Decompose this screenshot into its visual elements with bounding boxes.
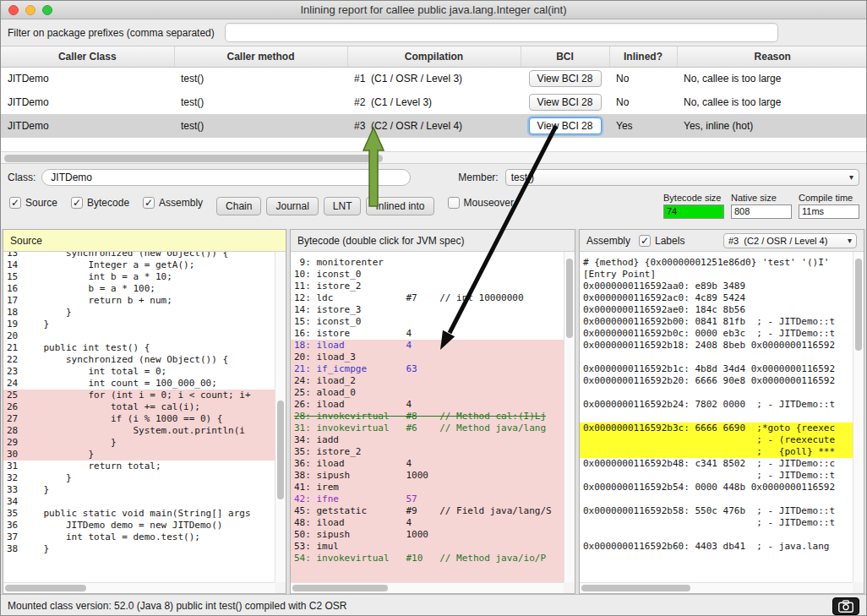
package-filter-input[interactable] <box>225 23 778 42</box>
source-line: 34 <box>3 496 275 508</box>
source-line: 23 int total = 0; <box>3 366 275 378</box>
screenshot-button[interactable] <box>832 597 859 615</box>
instruction-text: 18: iload 4 <box>294 340 412 351</box>
table-hscrollbar[interactable] <box>1 151 866 164</box>
source-vscrollbar-thumb[interactable] <box>277 401 284 499</box>
assembly-text: 0x0000000116592ac0: 4c89 5424 <box>583 292 745 303</box>
table-row[interactable]: JITDemotest()#2 (C1 / Level 3)View BCI 2… <box>1 90 866 114</box>
source-line: 17 return b + num; <box>3 295 275 307</box>
bytecode-code[interactable]: 9: monitorenter10: iconst_011: istore_21… <box>291 252 564 582</box>
view-bci-button[interactable]: View BCI 28 <box>529 94 602 111</box>
instruction-text: 12: ldc #7 // int 10000000 <box>294 292 524 303</box>
bytecode-line: 12: ldc #7 // int 10000000 <box>291 292 564 304</box>
view-bci-button[interactable]: View BCI 28 <box>529 70 602 87</box>
bci-cell: View BCI 28 <box>521 67 609 90</box>
class-label: Class: <box>8 172 35 183</box>
line-number: 33 <box>7 484 21 496</box>
assembly-vscrollbar-thumb[interactable] <box>855 259 862 351</box>
source-line: 30 } <box>3 449 275 461</box>
line-text: int b = a * 10; <box>21 271 172 282</box>
instruction-text: 15: iconst_0 <box>294 316 361 327</box>
instruction-text: 53: imul <box>294 541 339 552</box>
bytecode-line: 15: iconst_0 <box>291 316 564 328</box>
source-line: 26 total += cal(i); <box>3 401 275 413</box>
class-field[interactable]: JITDemo <box>41 169 411 186</box>
assembly-code[interactable]: # {method} {0x00000001251e86d0} 'test' '… <box>580 252 853 582</box>
table-hscrollbar-thumb[interactable] <box>4 155 383 162</box>
line-text: } <box>21 319 49 330</box>
checkbox-mouseover[interactable]: Mouseover <box>448 197 514 209</box>
assembly-vscrollbar[interactable] <box>853 252 864 582</box>
bytecode-hscrollbar[interactable] <box>291 582 564 593</box>
status-bar: Mounted class version: 52.0 (Java 8) pub… <box>1 594 866 616</box>
assembly-text: 0x0000000116592b20: 6666 90e8 0x00000001… <box>583 375 835 386</box>
assembly-line: ; - JITDemo::t <box>580 470 853 482</box>
source-line: 14 Integer a = getA(); <box>3 259 275 271</box>
scroll-corner <box>564 582 575 593</box>
close-button[interactable] <box>8 5 19 15</box>
inlining-report-table: Caller ClassCaller methodCompilationBCII… <box>1 46 866 151</box>
checkbox-assembly[interactable]: ✓Assembly <box>143 197 203 209</box>
instruction-text: 24: iload_2 <box>294 375 356 386</box>
checkbox-source[interactable]: ✓Source <box>9 197 57 209</box>
assembly-text: 0x0000000116592b1c: 4b8d 34d4 0x00000001… <box>583 363 835 374</box>
source-line: 29 } <box>3 437 275 449</box>
table-row[interactable]: JITDemotest()#3 (C2 / OSR / Level 4)View… <box>1 114 866 138</box>
line-text: return total; <box>21 461 161 472</box>
source-hscrollbar[interactable] <box>3 582 275 593</box>
line-number: 37 <box>7 532 21 543</box>
member-select[interactable]: test() ▾ <box>505 169 859 186</box>
chain-button[interactable]: Chain <box>216 197 261 215</box>
line-number: 24 <box>7 378 21 390</box>
source-line: 28 System.out.println(i <box>3 425 275 437</box>
assembly-hscrollbar-thumb[interactable] <box>581 585 690 591</box>
bytecode-line: 38: sipush 1000 <box>291 470 564 482</box>
instruction-text: 16: istore 4 <box>294 328 412 339</box>
minimize-button[interactable] <box>25 5 35 15</box>
assembly-line: 0x0000000116592b20: 6666 90e8 0x00000001… <box>580 375 853 387</box>
instruction-text: 34: iadd <box>294 434 339 445</box>
chevron-down-icon: ▾ <box>849 172 853 182</box>
instruction-text: 36: iload 4 <box>294 458 412 469</box>
source-hscrollbar-thumb[interactable] <box>5 585 86 591</box>
inlined-into-button[interactable]: Inlined into <box>366 197 434 215</box>
column-header-compilation: Compilation <box>347 46 521 67</box>
stat-value: 808 <box>731 204 792 219</box>
source-code[interactable]: 13 synchronized (new Object()) {14 Integ… <box>3 252 275 582</box>
bytecode-line: 28: invokevirtual #8 // Method cal:(I)Lj <box>291 411 564 422</box>
camera-icon <box>838 600 853 613</box>
instruction-text: 21: if_icmpge 63 <box>294 363 417 374</box>
source-panel-header: Source <box>3 230 286 252</box>
line-number: 31 <box>7 461 21 472</box>
bytecode-hscrollbar-thumb[interactable] <box>292 585 388 591</box>
source-line: 37 int total = demo.test(); <box>3 532 275 543</box>
bytecode-vscrollbar-thumb[interactable] <box>566 259 573 338</box>
line-number: 35 <box>7 508 21 520</box>
lnt-button[interactable]: LNT <box>324 197 362 215</box>
caller-method-cell: test() <box>174 90 347 114</box>
journal-button[interactable]: Journal <box>266 197 318 215</box>
checkbox-bytecode[interactable]: ✓Bytecode <box>71 197 129 209</box>
line-number: 27 <box>7 413 21 425</box>
assembly-hscrollbar[interactable] <box>580 582 853 593</box>
source-vscrollbar[interactable] <box>275 252 286 582</box>
stat-compile-time: Compile time11ms <box>799 193 859 219</box>
scroll-corner <box>853 582 864 593</box>
assembly-line: 0x0000000116592b58: 550c 476b ; - JITDem… <box>580 505 853 517</box>
source-line: 21 public int test() { <box>3 342 275 354</box>
labels-checkbox[interactable]: ✓ Labels <box>639 235 684 247</box>
bytecode-vscrollbar[interactable] <box>564 252 575 582</box>
reason-cell: Yes, inline (hot) <box>677 114 866 138</box>
line-number: 18 <box>7 307 21 319</box>
assembly-line: ; {poll} *** <box>580 446 853 458</box>
line-text: public int test() { <box>21 342 150 353</box>
source-line: 22 synchronized (new Object()) { <box>3 354 275 366</box>
assembly-text: 0x0000000116592b3c: 6666 6690 ;*goto {re… <box>583 422 835 433</box>
assembly-compilation-select[interactable]: #3 (C2 / OSR / Level 4) ▾ <box>723 233 857 248</box>
checkbox-box: ✓ <box>143 197 155 209</box>
zoom-button[interactable] <box>42 5 52 15</box>
source-line: 15 int b = a * 10; <box>3 271 275 283</box>
view-bci-button[interactable]: View BCI 28 <box>529 117 602 134</box>
line-text: JITDemo demo = new JITDemo() <box>21 520 222 531</box>
table-row[interactable]: JITDemotest()#1 (C1 / OSR / Level 3)View… <box>1 67 866 90</box>
